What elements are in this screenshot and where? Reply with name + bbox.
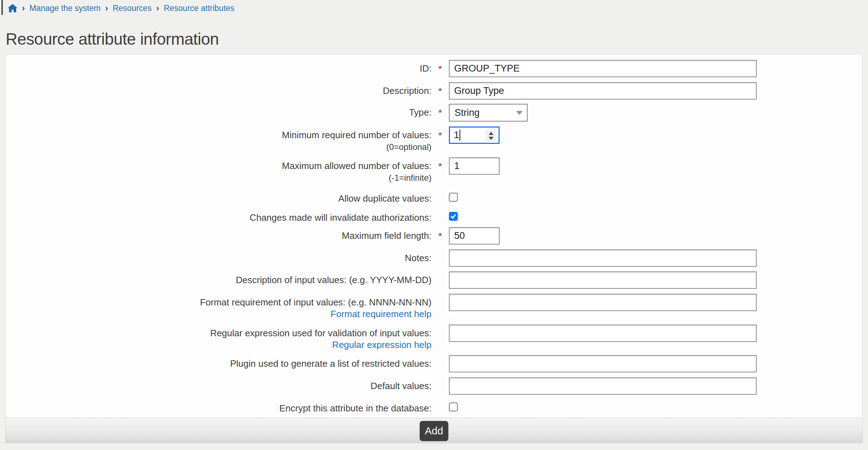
allow-duplicates-label: Allow duplicate values:	[6, 193, 432, 204]
notes-label-group: Notes:	[6, 249, 432, 264]
required-asterisk: *	[432, 126, 449, 141]
validation-regex-control	[449, 325, 757, 342]
format-requirement-input[interactable]	[449, 294, 757, 311]
type-select[interactable]: String	[449, 104, 528, 122]
max-field-length-label-group: Maximum field length:	[6, 227, 432, 242]
text-cursor	[460, 130, 460, 141]
min-values-value: 1	[454, 130, 459, 141]
home-crumb[interactable]	[8, 4, 17, 12]
required-asterisk: *	[432, 82, 449, 97]
restricted-values-plugin-label: Plugin used to generate a list of restri…	[6, 358, 432, 370]
breadcrumb-link-resources[interactable]: Resources	[113, 4, 152, 13]
window-edge	[1, 0, 3, 15]
required-asterisk	[432, 209, 449, 212]
format-requirement-control	[449, 294, 757, 311]
form-row-input-values-description: Description of input values: (e.g. YYYY-…	[6, 271, 862, 289]
number-spinner[interactable]	[485, 130, 496, 142]
type-label-group: Type:	[6, 104, 432, 118]
max-field-length-label: Maximum field length:	[6, 230, 432, 242]
format-requirement-help-link[interactable]: Format requirement help	[6, 308, 432, 320]
form-row-invalidate-authorizations: Changes made will invalidate authorizati…	[6, 209, 862, 224]
validation-regex-label-group: Regular expression used for validation o…	[6, 325, 432, 351]
required-asterisk	[432, 325, 449, 328]
notes-input[interactable]	[449, 249, 757, 267]
required-asterisk: *	[432, 157, 449, 172]
encrypt-checkbox[interactable]	[449, 403, 458, 411]
required-asterisk: *	[432, 104, 449, 119]
restricted-values-plugin-label-group: Plugin used to generate a list of restri…	[6, 355, 432, 370]
required-asterisk	[432, 271, 449, 275]
allow-duplicates-checkbox[interactable]	[449, 193, 458, 202]
id-input[interactable]	[449, 60, 757, 77]
input-values-description-input[interactable]	[449, 271, 757, 289]
form-row-max-values: Maximum allowed number of values:(-1=inf…	[6, 157, 862, 184]
breadcrumb-separator: ›	[105, 3, 108, 13]
input-values-description-label: Description of input values: (e.g. YYYY-…	[6, 274, 432, 286]
max-values-input[interactable]	[449, 157, 500, 175]
max-values-label: Maximum allowed number of values:	[6, 160, 432, 172]
form-row-max-field-length: Maximum field length:*	[6, 227, 862, 244]
encrypt-control	[449, 400, 458, 411]
required-asterisk	[432, 355, 449, 358]
home-icon[interactable]	[8, 4, 17, 12]
min-values-sublabel: (0=optional)	[6, 141, 432, 153]
breadcrumb-separator: ›	[156, 3, 159, 13]
max-values-sublabel: (-1=infinite)	[6, 172, 432, 184]
invalidate-authorizations-label-group: Changes made will invalidate authorizati…	[6, 209, 432, 224]
breadcrumb-link-manage-the-system[interactable]: Manage the system	[29, 4, 101, 13]
description-control	[449, 82, 757, 100]
notes-label: Notes:	[6, 252, 432, 264]
validation-regex-label: Regular expression used for validation o…	[6, 327, 432, 339]
required-asterisk	[432, 400, 449, 403]
validation-regex-help-link[interactable]: Regular expression help	[6, 339, 432, 351]
format-requirement-label: Format requirement of input values: (e.g…	[6, 297, 432, 308]
form-row-validation-regex: Regular expression used for validation o…	[6, 325, 862, 351]
min-values-input[interactable]: 1	[449, 126, 500, 144]
form-row-type: Type:*String	[6, 104, 862, 122]
invalidate-authorizations-label: Changes made will invalidate authorizati…	[6, 212, 432, 224]
dropdown-arrow-icon	[516, 111, 523, 115]
description-label: Description:	[6, 85, 432, 97]
description-label-group: Description:	[6, 82, 432, 97]
restricted-values-plugin-input[interactable]	[449, 355, 757, 372]
add-button[interactable]: Add	[420, 421, 449, 441]
id-label: ID:	[6, 63, 432, 74]
id-control	[449, 60, 757, 77]
invalidate-authorizations-checkbox[interactable]	[449, 212, 458, 221]
validation-regex-input[interactable]	[449, 325, 757, 342]
allow-duplicates-label-group: Allow duplicate values:	[6, 190, 432, 204]
form-footer: Add	[6, 418, 862, 443]
max-field-length-input[interactable]	[449, 227, 500, 244]
default-values-label: Default values:	[6, 380, 432, 392]
max-values-control	[449, 157, 500, 175]
required-asterisk	[432, 190, 449, 193]
form-row-encrypt: Encrypt this attribute in the database:	[6, 400, 862, 414]
form-row-notes: Notes:	[6, 249, 862, 267]
spinner-up-icon[interactable]	[489, 132, 494, 135]
page-title: Resource attribute information	[6, 29, 219, 49]
breadcrumb-link-resource-attributes[interactable]: Resource attributes	[164, 4, 234, 13]
description-input[interactable]	[449, 82, 757, 100]
type-control: String	[449, 104, 528, 122]
form-row-allow-duplicates: Allow duplicate values:	[6, 190, 862, 204]
default-values-control	[449, 377, 757, 395]
type-selected-value: String	[455, 107, 480, 118]
required-asterisk	[432, 294, 449, 297]
id-label-group: ID:	[6, 60, 432, 74]
form-panel: Add ID:*Description:*Type:*StringMinimum…	[5, 54, 863, 443]
input-values-description-label-group: Description of input values: (e.g. YYYY-…	[6, 271, 432, 286]
form-row-format-requirement: Format requirement of input values: (e.g…	[6, 294, 862, 320]
input-values-description-control	[449, 271, 757, 289]
allow-duplicates-control	[449, 190, 458, 202]
max-field-length-control	[449, 227, 500, 244]
spinner-down-icon[interactable]	[489, 137, 494, 140]
notes-control	[449, 249, 757, 267]
form-row-description: Description:*	[6, 82, 862, 100]
default-values-input[interactable]	[449, 377, 757, 395]
required-asterisk: *	[432, 60, 449, 75]
breadcrumb: › Manage the system › Resources › Resour…	[8, 3, 234, 13]
form-row-min-values: Minimum required number of values:(0=opt…	[6, 126, 862, 153]
breadcrumb-separator: ›	[22, 3, 25, 13]
required-asterisk	[432, 249, 449, 253]
encrypt-label: Encrypt this attribute in the database:	[6, 403, 432, 414]
